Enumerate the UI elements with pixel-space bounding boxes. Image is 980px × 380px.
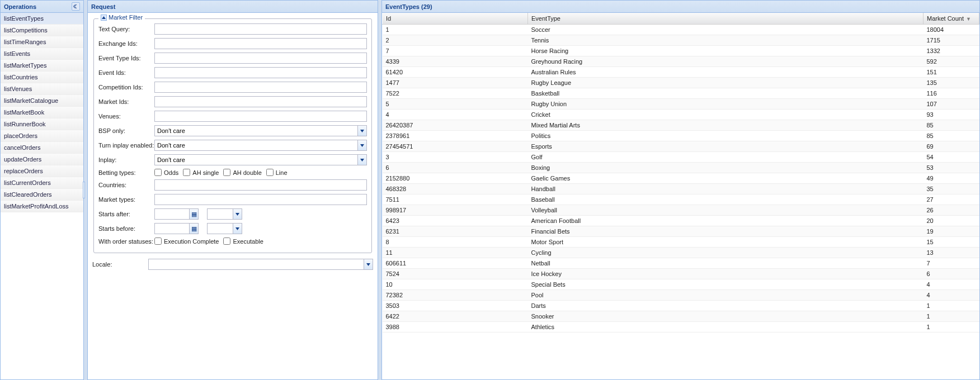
starts-before-date-trigger[interactable]: ▦ <box>189 223 199 234</box>
table-row[interactable]: 6423American Football20 <box>383 216 979 226</box>
locale-trigger[interactable] <box>364 259 373 270</box>
bsp-only-trigger[interactable] <box>357 125 367 136</box>
table-row[interactable]: 7511Baseball27 <box>383 194 979 205</box>
operation-item[interactable]: replaceOrders <box>1 165 83 177</box>
operation-item[interactable]: listTimeRanges <box>1 36 83 48</box>
table-row[interactable]: 3988Athletics1 <box>383 322 979 332</box>
cb-execution-complete[interactable] <box>154 238 162 245</box>
operation-item[interactable]: listMarketProfitAndLoss <box>1 201 83 212</box>
operation-item[interactable]: listRunnerBook <box>1 118 83 130</box>
table-row[interactable]: 7522Basketball116 <box>383 88 979 99</box>
operation-item[interactable]: listEventTypes <box>1 13 83 25</box>
cell-event-type: Pool <box>528 290 924 301</box>
event-type-ids-input[interactable] <box>154 53 367 64</box>
bsp-only-combo[interactable] <box>154 125 357 136</box>
collapse-fieldset-button[interactable] <box>101 15 107 21</box>
operation-item[interactable]: cancelOrders <box>1 142 83 154</box>
label-exchange-ids: Exchange Ids: <box>98 40 154 47</box>
cell-id: 2 <box>383 35 528 46</box>
operation-item[interactable]: listCountries <box>1 72 83 83</box>
table-row[interactable]: 2152880Gaelic Games49 <box>383 173 979 184</box>
venues-input[interactable] <box>154 111 367 122</box>
table-row[interactable]: 3Golf54 <box>383 152 979 163</box>
table-row[interactable]: 6Boxing53 <box>383 163 979 173</box>
cell-event-type: Special Bets <box>528 279 924 290</box>
splitter-right[interactable] <box>378 0 381 380</box>
operation-item[interactable]: listMarketCatalogue <box>1 95 83 107</box>
operation-item[interactable]: listCompetitions <box>1 25 83 36</box>
table-row[interactable]: 11Cycling13 <box>383 248 979 258</box>
table-row[interactable]: 1Soccer18004 <box>383 25 979 35</box>
cell-id: 7524 <box>383 269 528 279</box>
operation-item[interactable]: listClearedOrders <box>1 189 83 201</box>
table-row[interactable]: 5Rugby Union107 <box>383 99 979 110</box>
starts-after-date-trigger[interactable]: ▦ <box>189 208 199 220</box>
operation-item[interactable]: listVenues <box>1 83 83 95</box>
cb-executable[interactable] <box>223 238 230 245</box>
splitter-handle-icon[interactable] <box>83 182 85 198</box>
table-row[interactable]: 4339Greyhound Racing592 <box>383 56 979 67</box>
cell-market-count: 85 <box>924 131 979 141</box>
table-row[interactable]: 6231Financial Bets19 <box>383 226 979 237</box>
table-row[interactable]: 61420Australian Rules151 <box>383 67 979 78</box>
text-query-input[interactable] <box>154 23 367 35</box>
cb-odds[interactable] <box>154 169 162 176</box>
turn-inplay-combo[interactable] <box>154 140 357 151</box>
exchange-ids-input[interactable] <box>154 38 367 49</box>
col-header-event-type[interactable]: EventType <box>528 13 924 25</box>
cell-event-type: Boxing <box>528 163 924 173</box>
table-row[interactable]: 8Motor Sport15 <box>383 237 979 248</box>
table-row[interactable]: 26420387Mixed Martial Arts85 <box>383 120 979 131</box>
event-ids-input[interactable] <box>154 67 367 78</box>
inplay-combo[interactable] <box>154 154 357 165</box>
table-row[interactable]: 27454571Esports69 <box>383 141 979 152</box>
table-row[interactable]: 7524Ice Hockey6 <box>383 269 979 279</box>
table-row[interactable]: 2378961Politics85 <box>383 131 979 141</box>
table-row[interactable]: 10Special Bets4 <box>383 279 979 290</box>
cell-id: 5 <box>383 99 528 110</box>
table-row[interactable]: 2Tennis1715 <box>383 35 979 46</box>
operation-item[interactable]: listEvents <box>1 48 83 60</box>
locale-combo[interactable] <box>148 259 364 270</box>
cell-market-count: 1 <box>924 311 979 322</box>
starts-before-date-input[interactable] <box>154 223 189 234</box>
col-header-id[interactable]: Id <box>383 13 528 25</box>
cb-ah-single[interactable] <box>183 169 190 176</box>
countries-input[interactable] <box>154 179 367 191</box>
table-row[interactable]: 6422Snooker1 <box>383 311 979 322</box>
starts-before-time-trigger[interactable] <box>233 223 242 234</box>
inplay-trigger[interactable] <box>357 154 367 165</box>
table-row[interactable]: 7Horse Racing1332 <box>383 46 979 56</box>
table-row[interactable]: 606611Netball7 <box>383 258 979 269</box>
cell-id: 8 <box>383 237 528 248</box>
starts-after-date-input[interactable] <box>154 208 189 220</box>
cell-event-type: Ice Hockey <box>528 269 924 279</box>
operation-item[interactable]: listMarketTypes <box>1 60 83 72</box>
cb-line[interactable] <box>266 169 274 176</box>
table-row[interactable]: 72382Pool4 <box>383 290 979 301</box>
col-header-market-count[interactable]: Market Count▼ <box>924 13 979 25</box>
table-row[interactable]: 468328Handball35 <box>383 184 979 194</box>
operation-item[interactable]: placeOrders <box>1 130 83 142</box>
starts-after-time-trigger[interactable] <box>233 208 242 220</box>
request-panel: Request Market Filter Text Query: Exchan… <box>87 0 378 380</box>
table-row[interactable]: 4Cricket93 <box>383 110 979 120</box>
operation-item[interactable]: listCurrentOrders <box>1 177 83 189</box>
cb-ah-double[interactable] <box>223 169 230 176</box>
cell-id: 3503 <box>383 301 528 311</box>
table-row[interactable]: 1477Rugby League135 <box>383 78 979 88</box>
splitter-left[interactable] <box>84 0 87 380</box>
turn-inplay-trigger[interactable] <box>357 140 367 151</box>
market-ids-input[interactable] <box>154 96 367 107</box>
cell-event-type: Baseball <box>528 194 924 205</box>
market-types-input[interactable] <box>154 194 367 205</box>
table-row[interactable]: 3503Darts1 <box>383 301 979 311</box>
table-row[interactable]: 998917Volleyball26 <box>383 205 979 216</box>
starts-before-time-input[interactable] <box>207 223 233 234</box>
operation-item[interactable]: listMarketBook <box>1 107 83 118</box>
competition-ids-input[interactable] <box>154 82 367 93</box>
operation-item[interactable]: updateOrders <box>1 154 83 165</box>
cell-event-type: Esports <box>528 141 924 152</box>
starts-after-time-input[interactable] <box>207 208 233 220</box>
collapse-sidebar-button[interactable] <box>72 2 80 11</box>
